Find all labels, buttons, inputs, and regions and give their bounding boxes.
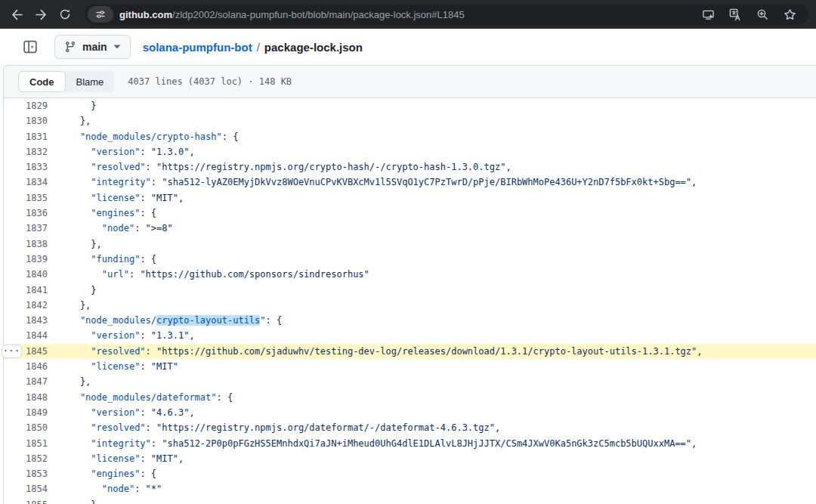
- line-number[interactable]: 1840: [4, 267, 58, 282]
- code-line: 1841 }: [4, 283, 816, 298]
- line-number[interactable]: 1844: [4, 328, 58, 343]
- code-line: 1849 "version": "4.6.3",: [4, 405, 816, 420]
- code-text: "resolved": "https://github.com/sjaduwhv…: [58, 344, 816, 359]
- line-number[interactable]: 1853: [4, 466, 58, 481]
- code-line: 1846 "license": "MIT": [4, 359, 816, 374]
- blob-toolbar: Code Blame 4037 lines (4037 loc) · 148 K…: [4, 66, 816, 98]
- line-number[interactable]: 1832: [4, 144, 58, 159]
- line-number[interactable]: 1836: [4, 206, 58, 221]
- code-blame-toggle: Code Blame: [18, 71, 114, 92]
- reload-icon[interactable]: [54, 4, 76, 25]
- line-number[interactable]: 1831: [4, 129, 58, 144]
- breadcrumb-separator: /: [257, 41, 260, 54]
- line-number[interactable]: 1838: [4, 237, 58, 252]
- line-number[interactable]: 1849: [4, 405, 58, 420]
- blame-tab[interactable]: Blame: [66, 71, 115, 92]
- code-line: 1835 "license": "MIT",: [4, 190, 816, 206]
- code-lines: 1829 }1830 },1831 "node_modules/crypto-h…: [4, 98, 816, 504]
- line-number[interactable]: 1833: [4, 159, 58, 175]
- code-text: },: [58, 237, 816, 252]
- code-line: 1838 },: [4, 237, 816, 252]
- zoom-icon[interactable]: [754, 6, 771, 23]
- code-line: 1831 "node_modules/crypto-hash": {: [4, 129, 816, 144]
- code-line: 1851 "integrity": "sha512-2P0p0pFGzHS5EM…: [4, 436, 816, 451]
- code-line: 1834 "integrity": "sha512-lyAZ0EMyjDkVvz…: [4, 175, 816, 190]
- url-path: /zldp2002/solana-pumpfun-bot/blob/main/p…: [172, 9, 465, 20]
- code-text: "node_modules/crypto-hash": {: [58, 129, 816, 144]
- line-number[interactable]: 1848: [4, 390, 58, 405]
- code-line: 1853 "engines": {: [4, 466, 816, 481]
- code-line: 1836 "engines": {: [4, 206, 816, 221]
- line-menu-kebab-button[interactable]: ···: [2, 345, 22, 358]
- line-number[interactable]: 1837: [4, 221, 58, 236]
- code-text: },: [58, 113, 816, 128]
- line-number[interactable]: 1855: [4, 497, 58, 504]
- back-icon[interactable]: [6, 4, 27, 25]
- code-line: 1837 "node": ">=8": [4, 221, 816, 236]
- code-line: 1843 "node_modules/crypto-layout-utils":…: [4, 313, 816, 328]
- address-bar[interactable]: github.com/zldp2002/solana-pumpfun-bot/b…: [85, 4, 808, 25]
- code-text: "node_modules/crypto-layout-utils": {: [58, 313, 816, 328]
- code-text: "license": "MIT",: [58, 451, 816, 466]
- line-number[interactable]: 1851: [4, 436, 58, 451]
- code-text: "version": "1.3.1",: [58, 328, 816, 343]
- line-number[interactable]: 1843: [4, 313, 58, 328]
- line-number[interactable]: 1842: [4, 298, 58, 313]
- code-text: "node_modules/dateformat": {: [58, 390, 816, 405]
- code-text: "resolved": "https://registry.npmjs.org/…: [58, 420, 816, 435]
- git-branch-icon: [64, 41, 76, 53]
- code-line: 1839 "funding": {: [4, 252, 816, 267]
- code-text: "license": "MIT": [58, 359, 816, 374]
- line-number[interactable]: 1854: [4, 481, 58, 496]
- line-number[interactable]: 1846: [4, 359, 58, 374]
- breadcrumb-repo-link[interactable]: solana-pumpfun-bot: [143, 41, 252, 54]
- code-text: "engines": {: [58, 466, 816, 481]
- code-line: 1829 }: [4, 98, 816, 113]
- translate-icon[interactable]: [727, 6, 743, 23]
- branch-selector[interactable]: main: [54, 35, 131, 59]
- sidebar-panel-icon[interactable]: [18, 35, 42, 59]
- code-line: 1848 "node_modules/dateformat": {: [4, 390, 816, 405]
- caret-down-icon: [113, 45, 121, 49]
- browser-toolbar: github.com/zldp2002/solana-pumpfun-bot/b…: [0, 0, 816, 29]
- site-info-icon[interactable]: [88, 6, 113, 23]
- code-line: 1852 "license": "MIT",: [4, 451, 816, 466]
- line-number[interactable]: 1829: [4, 98, 58, 113]
- code-text: "integrity": "sha512-2P0p0pFGzHS5EMnhdxQ…: [58, 436, 816, 451]
- code-text: "resolved": "https://registry.npmjs.org/…: [58, 159, 816, 175]
- code-text: "version": "1.3.0",: [58, 144, 816, 159]
- branch-name: main: [82, 41, 107, 53]
- line-number[interactable]: 1850: [4, 420, 58, 435]
- line-number[interactable]: 1852: [4, 451, 58, 466]
- code-text: "node": "*": [58, 481, 816, 496]
- url-text[interactable]: github.com/zldp2002/solana-pumpfun-bot/b…: [119, 9, 694, 20]
- code-text: "engines": {: [58, 206, 816, 221]
- file-header: main solana-pumpfun-bot / package-lock.j…: [0, 29, 816, 65]
- code-tab[interactable]: Code: [18, 71, 66, 92]
- code-line: 1830 },: [4, 113, 816, 128]
- url-domain: github.com: [119, 9, 172, 20]
- line-number[interactable]: 1835: [4, 190, 58, 206]
- code-line: 1845 "resolved": "https://github.com/sja…: [4, 344, 816, 359]
- line-number[interactable]: 1841: [4, 283, 58, 298]
- code-line: 1832 "version": "1.3.0",: [4, 144, 816, 159]
- code-line: 1842 },: [4, 298, 816, 313]
- line-number[interactable]: 1839: [4, 252, 58, 267]
- code-text: },: [58, 298, 816, 313]
- line-number[interactable]: 1834: [4, 175, 58, 190]
- line-number[interactable]: 1830: [4, 113, 58, 128]
- code-line: 1833 "resolved": "https://registry.npmjs…: [4, 159, 816, 175]
- code-line: 1850 "resolved": "https://registry.npmjs…: [4, 420, 816, 435]
- line-number[interactable]: 1847: [4, 374, 58, 389]
- code-line: 1847 },: [4, 374, 816, 389]
- code-line: 1840 "url": "https://github.com/sponsors…: [4, 267, 816, 282]
- code-text: "integrity": "sha512-lyAZ0EMyjDkVvz8WOeV…: [58, 175, 816, 190]
- bookmark-star-icon[interactable]: [781, 6, 798, 23]
- code-text: "url": "https://github.com/sponsors/sind…: [58, 267, 816, 282]
- code-text: }: [58, 283, 816, 298]
- code-text: }: [58, 98, 816, 113]
- file-stats: 4037 lines (4037 loc) · 148 KB: [128, 76, 292, 87]
- forward-icon[interactable]: [30, 4, 51, 25]
- code-text: "node": ">=8": [58, 221, 816, 236]
- send-to-device-icon[interactable]: [700, 6, 716, 23]
